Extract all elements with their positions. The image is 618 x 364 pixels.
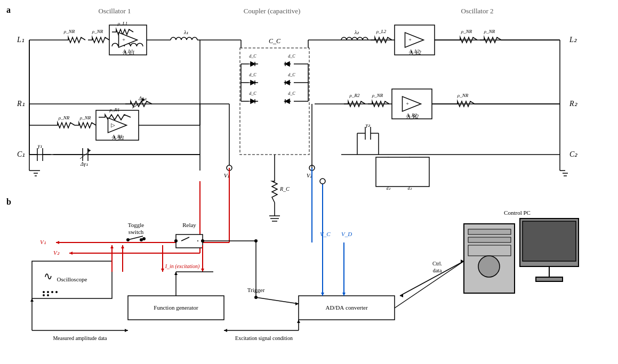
main-container	[0, 0, 618, 364]
circuit-diagram	[0, 0, 618, 364]
